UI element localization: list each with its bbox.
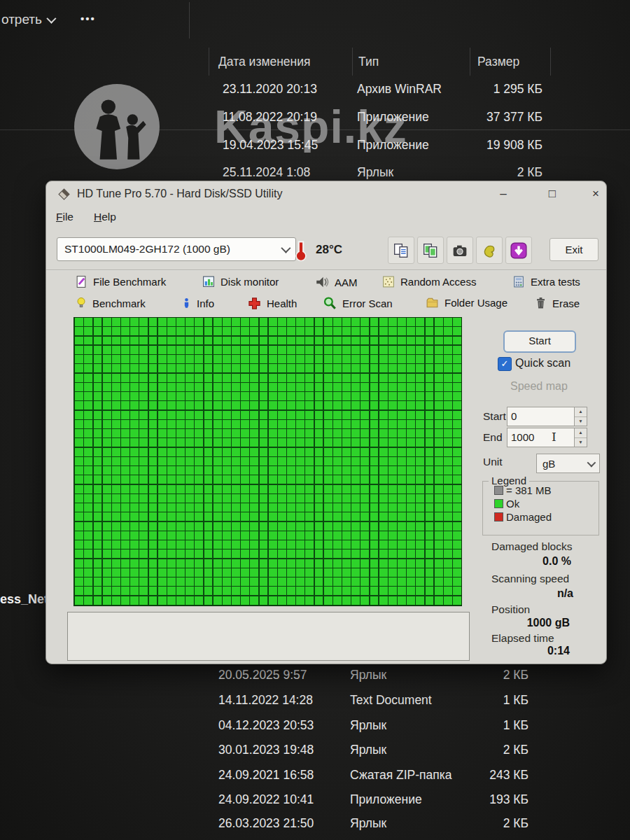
elapsed-time-value: 0:14 bbox=[479, 645, 570, 657]
tab-label: Info bbox=[197, 298, 214, 309]
tab-benchmark[interactable]: Benchmark bbox=[75, 296, 146, 310]
copy-image-icon bbox=[422, 242, 439, 259]
exit-button[interactable]: Exit bbox=[550, 238, 598, 261]
column-divider bbox=[470, 48, 470, 76]
extra-tests-icon bbox=[512, 275, 526, 288]
end-field[interactable]: 1000 ▲▼ bbox=[507, 428, 587, 447]
end-field-value: 1000 bbox=[507, 428, 574, 447]
tab-label: File Benchmark bbox=[93, 276, 166, 288]
column-divider bbox=[209, 48, 209, 76]
tab-extra-tests[interactable]: Extra tests bbox=[512, 275, 580, 288]
legend-ok-label: Ok bbox=[506, 498, 519, 510]
titlebar[interactable]: HD Tune Pro 5.70 - Hard Disk/SSD Utility… bbox=[46, 181, 606, 206]
bulb-icon bbox=[75, 296, 88, 310]
hdtune-app-icon bbox=[57, 188, 71, 201]
export-button[interactable] bbox=[476, 237, 503, 264]
tab-info[interactable]: Info bbox=[181, 296, 214, 310]
quick-scan-label: Quick scan bbox=[515, 357, 570, 370]
start-field-label: Start bbox=[483, 410, 506, 423]
column-header-type[interactable]: Тип bbox=[358, 55, 379, 69]
view-menu-button[interactable]: отреть bbox=[1, 12, 54, 27]
tab-error-scan[interactable]: Error Scan bbox=[323, 296, 393, 311]
menu-file[interactable]: File bbox=[56, 211, 74, 223]
tab-label: Disk monitor bbox=[220, 276, 279, 288]
magnifier-icon bbox=[323, 296, 337, 311]
error-scan-grid[interactable] bbox=[74, 317, 462, 606]
stepper-down-icon[interactable]: ▼ bbox=[575, 438, 587, 447]
temperature-readout: 28°C bbox=[316, 243, 342, 257]
file-type: Архив WinRAR bbox=[357, 82, 442, 97]
file-date: 26.03.2023 21:50 bbox=[218, 816, 314, 831]
file-date: 19.04.2023 15:45 bbox=[223, 138, 318, 153]
end-field-label: End bbox=[483, 431, 503, 444]
stepper-up-icon[interactable]: ▲ bbox=[575, 428, 587, 438]
file-type: Приложение bbox=[357, 138, 429, 153]
file-type: Ярлык bbox=[350, 743, 386, 757]
start-scan-button[interactable]: Start bbox=[503, 330, 576, 353]
damaged-blocks-label: Damaged blocks bbox=[491, 540, 572, 553]
file-date: 04.12.2023 20:53 bbox=[218, 718, 314, 733]
toolbar-divider bbox=[189, 2, 190, 38]
position-value: 1000 gB bbox=[479, 617, 570, 629]
check-icon: ✓ bbox=[501, 358, 509, 369]
file-size: 19 908 КБ bbox=[448, 138, 542, 153]
file-date: 24.09.2021 16:58 bbox=[218, 768, 314, 783]
chevron-down-icon bbox=[281, 244, 290, 253]
drive-select-value: ST1000LM049-2GH172 (1000 gB) bbox=[64, 243, 230, 255]
tab-label: Health bbox=[267, 298, 297, 309]
column-divider bbox=[550, 48, 551, 76]
file-type: Ярлык bbox=[350, 816, 386, 831]
tab-health[interactable]: Health bbox=[247, 296, 297, 311]
toolbar-separator bbox=[46, 270, 606, 271]
stepper-up-icon[interactable]: ▲ bbox=[575, 407, 587, 417]
copy-image-button[interactable] bbox=[417, 237, 444, 264]
tab-aam[interactable]: AAM bbox=[314, 275, 358, 289]
file-date: 14.11.2022 14:28 bbox=[218, 693, 313, 708]
hdtune-window: HD Tune Pro 5.70 - Hard Disk/SSD Utility… bbox=[46, 181, 607, 664]
file-type: Ярлык bbox=[350, 718, 386, 733]
tab-random-access[interactable]: Random Access bbox=[382, 275, 476, 288]
copy-text-button[interactable] bbox=[388, 237, 414, 264]
file-size: 2 КБ bbox=[434, 743, 528, 757]
legend-damaged: Damaged bbox=[494, 511, 552, 523]
quick-scan-checkbox[interactable]: ✓ bbox=[498, 357, 512, 371]
file-size: 37 377 КБ bbox=[448, 110, 542, 125]
file-date: 24.09.2022 10:41 bbox=[218, 792, 314, 807]
unit-dropdown[interactable]: gB bbox=[536, 454, 600, 473]
start-field[interactable]: 0 ▲▼ bbox=[507, 407, 587, 426]
random-access-icon bbox=[382, 275, 396, 288]
end-stepper[interactable]: ▲▼ bbox=[574, 428, 587, 447]
file-type: Ярлык bbox=[357, 165, 393, 180]
start-stepper[interactable]: ▲▼ bbox=[574, 407, 587, 426]
screenshot-button[interactable] bbox=[447, 237, 473, 264]
drive-select[interactable]: ST1000LM049-2GH172 (1000 gB) bbox=[57, 237, 296, 261]
tab-label: Extra tests bbox=[531, 276, 580, 288]
menu-help[interactable]: Help bbox=[94, 211, 116, 223]
speed-map-option[interactable]: Speed map bbox=[510, 380, 568, 393]
stepper-down-icon[interactable]: ▼ bbox=[575, 417, 587, 426]
health-cross-icon bbox=[247, 296, 262, 311]
close-button[interactable]: × bbox=[585, 184, 606, 204]
damaged-swatch-icon bbox=[494, 512, 503, 522]
tab-label: Folder Usage bbox=[444, 297, 507, 309]
minimize-button[interactable]: – bbox=[493, 184, 514, 204]
file-date: 25.11.2024 1:08 bbox=[223, 165, 310, 180]
screen-photo: отреть ••• Kaspi.kz Дата изменения Тип Р… bbox=[0, 0, 630, 840]
file-size: 2 КБ bbox=[434, 816, 528, 831]
column-header-date[interactable]: Дата изменения bbox=[218, 55, 311, 69]
column-header-size[interactable]: Размер bbox=[477, 55, 519, 69]
tab-label: AAM bbox=[335, 276, 358, 288]
file-size: 2 КБ bbox=[434, 668, 528, 682]
file-type: Text Document bbox=[350, 693, 432, 708]
maximize-button[interactable]: □ bbox=[542, 184, 563, 204]
file-size: 193 КБ bbox=[434, 792, 528, 807]
tab-file-benchmark[interactable]: File Benchmark bbox=[75, 275, 166, 288]
unit-field-label: Unit bbox=[483, 456, 503, 468]
more-options-button[interactable]: ••• bbox=[80, 13, 96, 24]
file-type: Приложение bbox=[357, 110, 429, 125]
tab-erase[interactable]: Erase bbox=[534, 296, 580, 310]
tab-disk-monitor[interactable]: Disk monitor bbox=[202, 275, 279, 288]
tab-folder-usage[interactable]: Folder Usage bbox=[425, 296, 507, 309]
tab-label: Benchmark bbox=[92, 298, 146, 309]
download-button[interactable] bbox=[505, 237, 532, 264]
